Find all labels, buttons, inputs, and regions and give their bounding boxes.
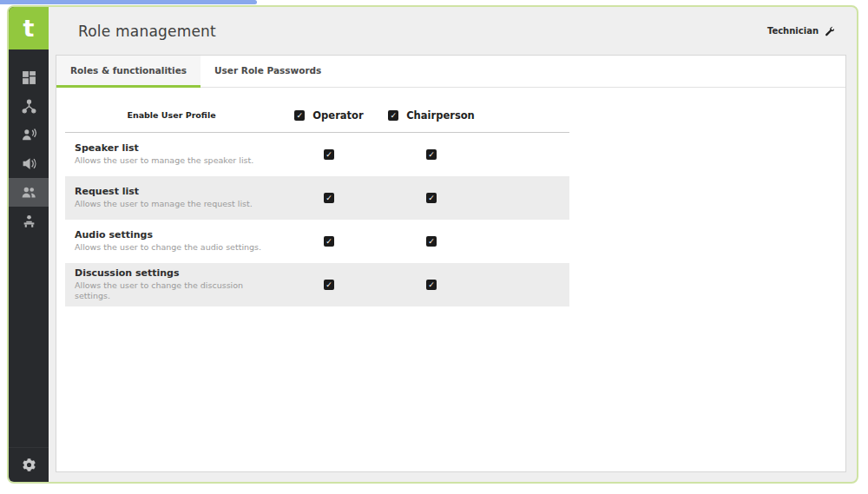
column-header-operator: Operator	[278, 109, 380, 122]
table-row: Request list Allows the user to manage t…	[65, 176, 569, 220]
user-role-label: Technician	[767, 26, 819, 36]
sidebar-item-dashboard[interactable]	[9, 63, 49, 92]
table-body: Speaker list Allows the user to manage t…	[65, 133, 569, 306]
row-title: Request list	[75, 186, 278, 199]
sidebar-settings[interactable]	[9, 447, 49, 482]
row-description: Allows the user to manage the request li…	[75, 199, 278, 209]
hierarchy-icon	[22, 99, 36, 114]
row-title: Speaker list	[75, 142, 278, 155]
row-title: Discussion settings	[75, 267, 278, 280]
dashboard-icon	[22, 70, 36, 85]
speaking-person-icon	[22, 128, 36, 142]
enable-user-profile-label: Enable User Profile	[65, 110, 278, 120]
content-panel: Roles & functionalities User Role Passwo…	[56, 55, 846, 472]
table-row: Discussion settings Allows the user to c…	[65, 263, 569, 306]
chairperson-enable-checkbox[interactable]	[388, 110, 398, 121]
row-title: Audio settings	[75, 229, 278, 242]
desk-icon	[22, 214, 36, 228]
operator-checkbox[interactable]	[324, 149, 334, 160]
operator-enable-checkbox[interactable]	[294, 110, 305, 121]
operator-checkbox[interactable]	[324, 280, 334, 290]
page-title: Role management	[78, 23, 216, 40]
chairperson-checkbox[interactable]	[426, 193, 437, 203]
browser-tab-strip	[0, 0, 257, 4]
table-row: Speaker list Allows the user to manage t…	[65, 133, 569, 176]
row-description: Allows the user to change the audio sett…	[75, 242, 278, 253]
page-header: Role management Technician	[49, 7, 857, 55]
tab-roles-functionalities[interactable]: Roles & functionalities	[56, 56, 201, 88]
main-area: Role management Technician Roles & funct…	[49, 7, 857, 482]
row-description: Allows the user to manage the speaker li…	[75, 155, 278, 166]
table-row: Audio settings Allows the user to change…	[65, 220, 569, 263]
column-label: Operator	[312, 109, 363, 122]
row-description: Allows the user to change the discussion…	[75, 280, 278, 302]
app-window: t Role management Technician Roles & fun…	[7, 5, 858, 484]
table-header-row: Enable User Profile Operator Chairperson	[65, 98, 569, 133]
sidebar-item-role-management[interactable]	[9, 178, 49, 207]
sidebar: t	[9, 7, 49, 482]
speaker-icon	[22, 156, 36, 171]
chairperson-checkbox[interactable]	[426, 149, 437, 160]
wrench-icon	[824, 26, 834, 36]
tab-label: User Role Passwords	[214, 65, 321, 76]
roles-table: Enable User Profile Operator Chairperson…	[65, 98, 569, 306]
chairperson-checkbox[interactable]	[426, 236, 437, 247]
people-icon	[22, 185, 36, 200]
operator-checkbox[interactable]	[324, 193, 334, 203]
sidebar-item-booth[interactable]	[9, 207, 49, 235]
chairperson-checkbox[interactable]	[426, 280, 437, 290]
column-header-chairperson: Chairperson	[380, 109, 483, 122]
tab-content: Enable User Profile Operator Chairperson…	[56, 88, 845, 306]
user-role-menu[interactable]: Technician	[767, 26, 834, 36]
sidebar-item-delegates[interactable]	[9, 121, 49, 149]
operator-checkbox[interactable]	[324, 236, 334, 247]
app-logo: t	[9, 7, 49, 49]
gear-icon[interactable]	[22, 458, 36, 472]
column-label: Chairperson	[406, 109, 475, 122]
sidebar-nav	[9, 63, 49, 235]
tab-user-role-passwords[interactable]: User Role Passwords	[201, 56, 335, 88]
sidebar-item-topology[interactable]	[9, 92, 49, 121]
tab-bar: Roles & functionalities User Role Passwo…	[56, 56, 845, 88]
tab-label: Roles & functionalities	[70, 65, 187, 76]
sidebar-item-audio[interactable]	[9, 149, 49, 178]
